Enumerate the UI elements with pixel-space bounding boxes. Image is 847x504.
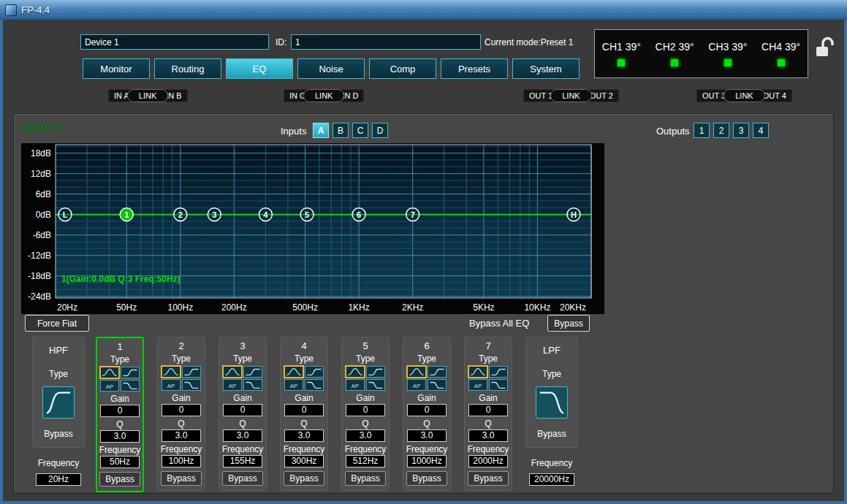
band-frequency-value[interactable]: 300Hz bbox=[284, 455, 324, 467]
band-frequency-value[interactable]: 50Hz bbox=[100, 456, 140, 468]
lowpass-filter-icon[interactable] bbox=[536, 386, 568, 419]
low-shelf-filter-icon[interactable] bbox=[182, 366, 201, 378]
eq-band[interactable]: 4 Type AP Gain 0 Q 3.0 Frequency 300Hz B… bbox=[280, 337, 328, 491]
tab-eq[interactable]: EQ bbox=[226, 58, 293, 79]
band-gain-value[interactable]: 0 bbox=[100, 405, 140, 417]
eq-band[interactable]: 2 Type AP Gain 0 Q 3.0 Frequency 100Hz B… bbox=[157, 337, 205, 491]
device-id-input[interactable] bbox=[291, 34, 481, 50]
bypass-all-eq-button[interactable]: Bypass bbox=[547, 315, 590, 332]
peak-filter-icon[interactable] bbox=[100, 367, 119, 378]
lpf-frequency-value[interactable]: 20000Hz bbox=[529, 473, 574, 486]
low-shelf-filter-icon[interactable] bbox=[489, 366, 508, 378]
lpf-bypass-button[interactable]: Bypass bbox=[526, 429, 577, 439]
high-shelf-filter-icon[interactable] bbox=[428, 379, 447, 391]
band-frequency-value[interactable]: 1000Hz bbox=[407, 455, 447, 467]
peak-filter-icon[interactable] bbox=[468, 366, 487, 378]
band-gain-value[interactable]: 0 bbox=[346, 404, 385, 416]
band-gain-value[interactable]: 0 bbox=[468, 404, 508, 416]
low-shelf-filter-icon[interactable] bbox=[366, 366, 385, 378]
peak-filter-icon[interactable] bbox=[223, 366, 242, 378]
band-bypass-button[interactable]: Bypass bbox=[406, 471, 447, 486]
title-bar[interactable]: FP-4.4 bbox=[0, 0, 847, 20]
band-q-value[interactable]: 3.0 bbox=[346, 429, 385, 442]
eq-band[interactable]: 3 Type AP Gain 0 Q 3.0 Frequency 155Hz B… bbox=[219, 337, 267, 491]
eq-marker-6[interactable]: 6 bbox=[352, 208, 365, 221]
allpass-filter-icon[interactable]: AP bbox=[468, 379, 487, 391]
high-shelf-filter-icon[interactable] bbox=[366, 379, 385, 391]
band-q-value[interactable]: 3.0 bbox=[468, 429, 508, 442]
eq-marker-7[interactable]: 7 bbox=[406, 208, 419, 221]
eq-marker-2[interactable]: 2 bbox=[174, 208, 187, 221]
band-q-value[interactable]: 3.0 bbox=[100, 430, 140, 443]
allpass-filter-icon[interactable]: AP bbox=[100, 380, 119, 392]
band-gain-value[interactable]: 0 bbox=[223, 404, 262, 416]
output-button-3[interactable]: 3 bbox=[733, 123, 749, 138]
link-toggle[interactable]: LINK bbox=[303, 89, 344, 102]
low-shelf-filter-icon[interactable] bbox=[121, 367, 140, 378]
eq-marker-1[interactable]: 1 bbox=[120, 208, 133, 221]
input-button-d[interactable]: D bbox=[372, 123, 388, 138]
allpass-filter-icon[interactable]: AP bbox=[223, 379, 242, 391]
high-shelf-filter-icon[interactable] bbox=[489, 379, 508, 391]
band-q-value[interactable]: 3.0 bbox=[162, 429, 201, 442]
band-bypass-button[interactable]: Bypass bbox=[161, 471, 202, 486]
tab-system[interactable]: System bbox=[512, 58, 580, 79]
band-frequency-value[interactable]: 155Hz bbox=[223, 455, 262, 467]
force-flat-button[interactable]: Force Fiat bbox=[25, 315, 89, 332]
link-toggle[interactable]: LINK bbox=[723, 89, 764, 102]
eq-marker-L[interactable]: L bbox=[58, 208, 72, 221]
band-gain-value[interactable]: 0 bbox=[162, 404, 201, 416]
band-bypass-button[interactable]: Bypass bbox=[345, 471, 386, 486]
band-bypass-button[interactable]: Bypass bbox=[468, 471, 509, 486]
tab-monitor[interactable]: Monitor bbox=[83, 58, 150, 79]
low-shelf-filter-icon[interactable] bbox=[305, 366, 324, 378]
low-shelf-filter-icon[interactable] bbox=[428, 366, 447, 378]
tab-presets[interactable]: Presets bbox=[441, 58, 508, 79]
output-button-2[interactable]: 2 bbox=[713, 123, 729, 138]
eq-band[interactable]: 6 Type AP Gain 0 Q 3.0 Frequency 1000Hz … bbox=[403, 337, 451, 491]
band-q-value[interactable]: 3.0 bbox=[407, 429, 447, 442]
input-button-c[interactable]: C bbox=[352, 123, 368, 138]
device-name-input[interactable] bbox=[80, 34, 269, 50]
peak-filter-icon[interactable] bbox=[346, 366, 365, 378]
band-bypass-button[interactable]: Bypass bbox=[284, 471, 324, 486]
unlock-icon[interactable] bbox=[814, 37, 836, 60]
eq-band[interactable]: 7 Type AP Gain 0 Q 3.0 Frequency 2000Hz … bbox=[464, 337, 512, 491]
allpass-filter-icon[interactable]: AP bbox=[162, 379, 181, 391]
band-q-value[interactable]: 3.0 bbox=[284, 429, 324, 442]
eq-band[interactable]: 1 Type AP Gain 0 Q 3.0 Frequency 50Hz By… bbox=[96, 337, 144, 492]
eq-band[interactable]: 5 Type AP Gain 0 Q 3.0 Frequency 512Hz B… bbox=[341, 337, 390, 491]
peak-filter-icon[interactable] bbox=[407, 366, 426, 378]
high-shelf-filter-icon[interactable] bbox=[305, 379, 324, 391]
highpass-filter-icon[interactable] bbox=[42, 386, 75, 419]
peak-filter-icon[interactable] bbox=[162, 366, 181, 378]
eq-marker-H[interactable]: H bbox=[567, 208, 580, 221]
output-button-1[interactable]: 1 bbox=[694, 123, 710, 138]
band-frequency-value[interactable]: 100Hz bbox=[162, 455, 201, 467]
band-q-value[interactable]: 3.0 bbox=[223, 429, 262, 442]
band-frequency-value[interactable]: 512Hz bbox=[346, 455, 385, 467]
band-frequency-value[interactable]: 2000Hz bbox=[468, 455, 508, 467]
tab-noise[interactable]: Noise bbox=[297, 58, 365, 79]
hpf-bypass-button[interactable]: Bypass bbox=[33, 429, 84, 439]
low-shelf-filter-icon[interactable] bbox=[243, 366, 262, 378]
band-bypass-button[interactable]: Bypass bbox=[99, 472, 140, 486]
input-button-a[interactable]: A bbox=[313, 123, 329, 138]
tab-comp[interactable]: Comp bbox=[369, 58, 436, 79]
eq-marker-3[interactable]: 3 bbox=[208, 208, 221, 221]
high-shelf-filter-icon[interactable] bbox=[121, 380, 140, 392]
allpass-filter-icon[interactable]: AP bbox=[346, 379, 365, 391]
eq-marker-5[interactable]: 5 bbox=[300, 208, 314, 221]
high-shelf-filter-icon[interactable] bbox=[243, 379, 262, 391]
input-button-b[interactable]: B bbox=[333, 123, 349, 138]
allpass-filter-icon[interactable]: AP bbox=[407, 379, 426, 391]
high-shelf-filter-icon[interactable] bbox=[182, 379, 201, 391]
band-gain-value[interactable]: 0 bbox=[407, 404, 447, 416]
tab-routing[interactable]: Routing bbox=[154, 58, 221, 79]
hpf-frequency-value[interactable]: 20Hz bbox=[36, 473, 81, 486]
band-gain-value[interactable]: 0 bbox=[284, 404, 324, 416]
link-toggle[interactable]: LINK bbox=[550, 89, 591, 102]
eq-graph[interactable]: 18dB12dB6dB0dB-6dB-12dB-18dB-24dB20Hz50H… bbox=[21, 143, 604, 314]
link-toggle[interactable]: LINK bbox=[127, 89, 168, 102]
eq-marker-4[interactable]: 4 bbox=[259, 208, 272, 221]
